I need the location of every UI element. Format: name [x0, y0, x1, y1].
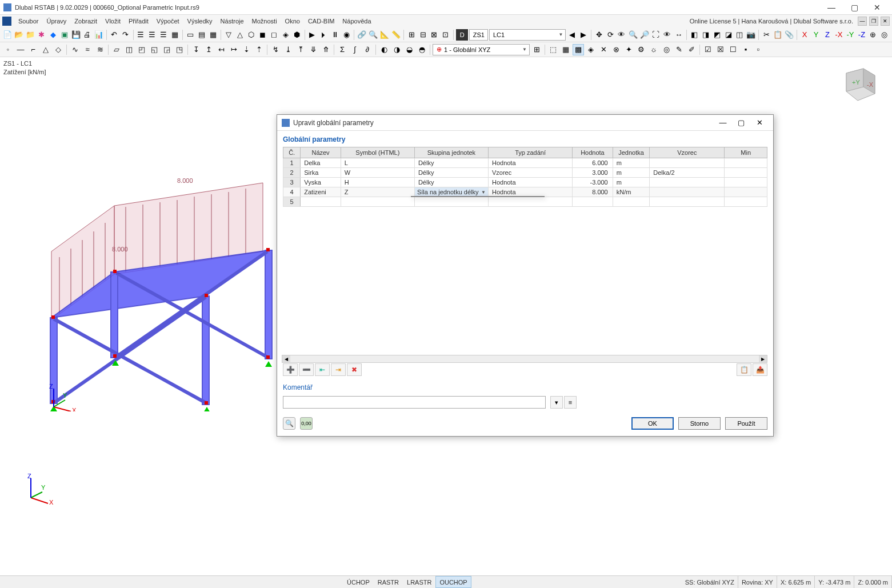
status-toggle-uchop[interactable]: ÚCHOP: [343, 576, 374, 588]
cell-name[interactable]: Vyska: [301, 178, 341, 187]
t2-icon-13[interactable]: ◲: [161, 44, 173, 55]
child-minimize-icon[interactable]: —: [858, 17, 867, 26]
t2-icon-36[interactable]: ▩: [573, 44, 584, 55]
move-up-icon[interactable]: ⇤: [315, 363, 330, 376]
t2-icon-3[interactable]: ⌐: [27, 44, 39, 55]
axis-y-icon[interactable]: Y: [811, 29, 821, 41]
cancel-button[interactable]: Storno: [678, 417, 721, 430]
model-icon-4[interactable]: ◼: [258, 29, 268, 41]
t2-icon-20[interactable]: ⇡: [253, 44, 265, 55]
cell-unit[interactable]: kN/m: [613, 187, 650, 197]
save-icon[interactable]: 💾: [71, 29, 81, 41]
t2-icon-10[interactable]: ◫: [123, 44, 135, 55]
table-hscroll[interactable]: ◀ ▶: [282, 355, 767, 363]
t2-icon-40[interactable]: ✦: [623, 44, 634, 55]
cam-icon[interactable]: 📷: [746, 29, 756, 41]
t2-icon-30[interactable]: ◑: [391, 44, 402, 55]
t2-icon-35[interactable]: ▦: [560, 44, 571, 55]
cell-value[interactable]: 6.000: [573, 158, 613, 168]
model-icon-7[interactable]: ⬢: [292, 29, 302, 41]
cell-group[interactable]: [414, 197, 488, 207]
menu-vlozit[interactable]: Vložit: [102, 17, 124, 26]
ok-button[interactable]: OK: [631, 417, 674, 430]
zoom-out-icon[interactable]: 🔎: [639, 29, 650, 41]
t2-icon-9[interactable]: ▱: [111, 44, 122, 55]
cell-min[interactable]: [725, 187, 767, 197]
status-toggle-lrastr[interactable]: LRASTR: [403, 576, 435, 588]
cell-name[interactable]: Delka: [301, 158, 341, 168]
t2-icon-41[interactable]: ⚙: [635, 44, 647, 55]
prev-icon[interactable]: ◀: [567, 29, 577, 41]
cell-group[interactable]: Délky: [414, 178, 488, 187]
link-icon-3[interactable]: 📐: [379, 29, 390, 41]
list-icon-1[interactable]: ☰: [136, 29, 146, 41]
menu-cad-bim[interactable]: CAD-BIM: [305, 17, 338, 26]
grid-icon-1[interactable]: ⊞: [406, 29, 417, 41]
list-icon-3[interactable]: ☰: [158, 29, 169, 41]
col-group[interactable]: Skupina jednotek: [414, 147, 488, 158]
open-file-icon[interactable]: 📂: [14, 29, 24, 41]
dialog-maximize-icon[interactable]: ▢: [732, 116, 750, 130]
minimize-button[interactable]: —: [820, 1, 843, 14]
axis-x-icon[interactable]: X: [799, 29, 810, 41]
list-icon-2[interactable]: ☰: [147, 29, 157, 41]
menu-priradit[interactable]: Přiřadit: [125, 17, 152, 26]
export-table-icon[interactable]: 📤: [753, 363, 767, 376]
axis-z-icon[interactable]: Z: [822, 29, 833, 41]
col-value[interactable]: Hodnota: [573, 147, 613, 158]
chart-icon[interactable]: 📊: [94, 29, 104, 41]
open-folder-icon[interactable]: 📁: [25, 29, 35, 41]
calc-icon-4[interactable]: ◉: [341, 29, 351, 41]
menu-vypocet[interactable]: Výpočet: [153, 17, 183, 26]
cell-min[interactable]: [725, 168, 767, 178]
table-row[interactable]: 4ZatizeniZSíla na jednotku délky▼Hodnota…: [283, 187, 767, 197]
t2-icon-8[interactable]: ≋: [94, 44, 106, 55]
t2-icon-42[interactable]: ☼: [648, 44, 659, 55]
col-name[interactable]: Název: [301, 147, 341, 158]
axis-icon-8[interactable]: ◎: [879, 29, 890, 41]
add-row-icon[interactable]: ➕: [283, 363, 298, 376]
status-toggle-rastr[interactable]: RASTR: [374, 576, 403, 588]
axis-gizmo[interactable]: X Y Z: [22, 473, 56, 507]
col-formula[interactable]: Vzorec: [650, 147, 725, 158]
model-icon-2[interactable]: △: [235, 29, 245, 41]
scroll-up-icon[interactable]: ▲: [536, 197, 544, 197]
t2-icon-17[interactable]: ↤: [215, 44, 227, 55]
clear-icon[interactable]: ✖: [347, 363, 362, 376]
t2-icon-48[interactable]: ☐: [727, 44, 739, 55]
child-close-icon[interactable]: ✕: [881, 17, 890, 26]
paste-icon[interactable]: 📋: [773, 29, 783, 41]
menu-soubor[interactable]: Soubor: [15, 17, 42, 26]
grid-icon-2[interactable]: ⊟: [418, 29, 428, 41]
frontview-icon[interactable]: ◩: [712, 29, 722, 41]
new-file-icon[interactable]: 📄: [2, 29, 13, 41]
lc-combo[interactable]: LC1▼: [489, 29, 566, 41]
rotate-icon[interactable]: ⟳: [605, 29, 615, 41]
table-row[interactable]: 1DelkaLDélkyHodnota6.000m: [283, 158, 767, 168]
t2-icon-32[interactable]: ◓: [416, 44, 427, 55]
link-icon-4[interactable]: 📏: [391, 29, 401, 41]
cell-symbol[interactable]: H: [341, 178, 414, 187]
model-icon-5[interactable]: ◻: [269, 29, 279, 41]
t2-icon-14[interactable]: ◳: [174, 44, 185, 55]
clipboard-icon[interactable]: 📎: [784, 29, 794, 41]
col-min[interactable]: Min: [725, 147, 767, 158]
hscroll-right-icon[interactable]: ▶: [759, 355, 767, 362]
zs-combo[interactable]: ZS1: [469, 29, 488, 41]
menu-nastroje[interactable]: Nástroje: [217, 17, 247, 26]
nav-cube[interactable]: +Y -X: [835, 62, 881, 107]
dim-icon[interactable]: ↔: [674, 29, 684, 41]
t2-icon-43[interactable]: ◎: [661, 44, 672, 55]
hscroll-left-icon[interactable]: ◀: [282, 355, 290, 362]
table-row[interactable]: 2SirkaWDélkyVzorec3.000mDelka/2: [283, 168, 767, 178]
comment-input[interactable]: [283, 396, 546, 409]
cell-symbol[interactable]: L: [341, 158, 414, 168]
unit-group-cell-active[interactable]: Síla na jednotku délky▼: [415, 187, 488, 197]
table-row[interactable]: 3VyskaHDélkyHodnota-3.000m: [283, 178, 767, 187]
eye-icon-1[interactable]: 👁: [617, 29, 627, 41]
dark-toggle[interactable]: D: [456, 29, 468, 41]
axis-icon-7[interactable]: ⊕: [868, 29, 878, 41]
t2-icon-50[interactable]: ▫: [753, 44, 764, 55]
cell-formula[interactable]: [650, 158, 725, 168]
cell-value[interactable]: -3.000: [573, 178, 613, 187]
